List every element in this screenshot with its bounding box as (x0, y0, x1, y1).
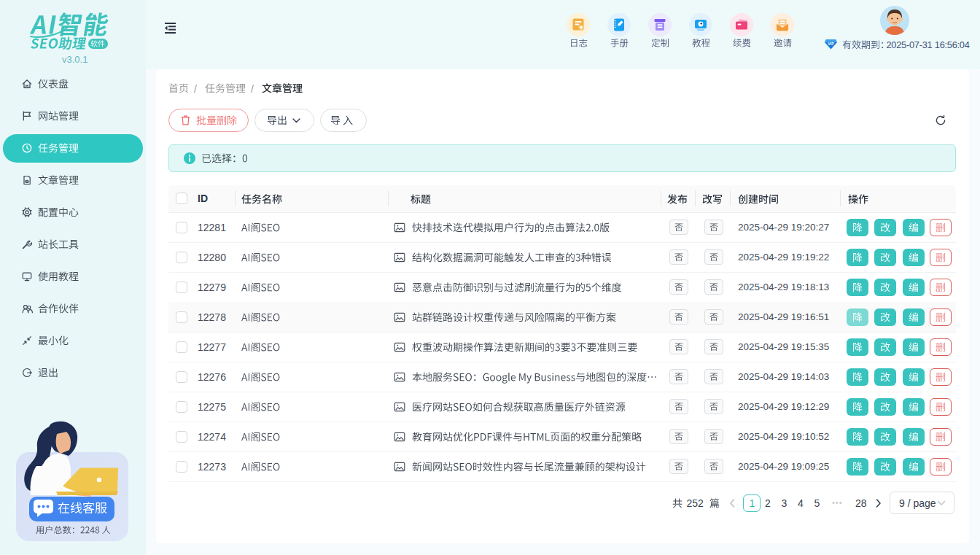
svg-text:VIP: VIP (828, 42, 834, 46)
